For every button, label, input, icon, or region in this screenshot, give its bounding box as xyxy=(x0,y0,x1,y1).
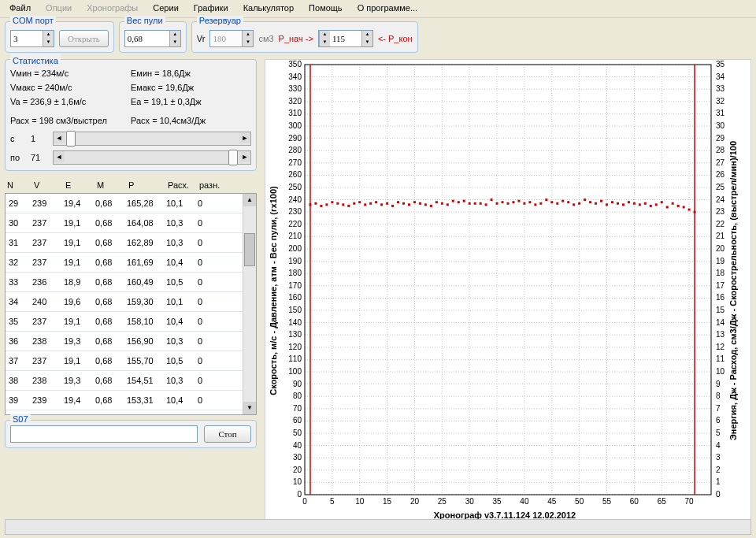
spin-down-icon[interactable]: ▼ xyxy=(169,39,180,46)
table-row[interactable]: 3223719,10,68161,6910,40 xyxy=(6,253,256,273)
menu-charts[interactable]: Графики xyxy=(187,2,235,14)
spin-up-icon[interactable]: ▲ xyxy=(361,31,372,39)
group-stats: Статистика Vмин = 234м/сEмин = 18,6Дж Vм… xyxy=(5,59,257,171)
table-row[interactable]: 3424019,60,68159,3010,10 xyxy=(6,292,256,312)
svg-rect-169 xyxy=(463,200,465,202)
com-port-spin[interactable]: ▲▼ xyxy=(10,30,54,47)
com-port-input[interactable] xyxy=(11,31,43,46)
svg-rect-190 xyxy=(578,202,580,205)
svg-rect-178 xyxy=(512,201,514,203)
chart-panel[interactable]: 0102030405060708090100110120130140150160… xyxy=(265,59,751,522)
svg-text:35: 35 xyxy=(492,497,502,506)
spin-down-icon[interactable]: ▼ xyxy=(361,39,372,46)
th-m[interactable]: M xyxy=(94,179,126,191)
scroll-up-icon[interactable]: ▲ xyxy=(243,194,256,206)
table-row[interactable]: 3823819,30,68154,5110,30 xyxy=(6,371,256,391)
bullet-weight-input[interactable] xyxy=(125,31,169,46)
th-e[interactable]: E xyxy=(63,179,94,191)
table-row[interactable]: 3323618,90,68160,4910,50 xyxy=(6,273,256,292)
cell-e: 18,9 xyxy=(64,277,95,287)
cell-v: 239 xyxy=(32,199,64,208)
stat-vmax: Vмакс = 240м/с xyxy=(10,80,131,95)
svg-text:10: 10 xyxy=(716,367,725,376)
table-row[interactable]: 3023719,10,68164,0810,30 xyxy=(6,213,256,233)
slider-right-icon[interactable]: ► xyxy=(239,151,250,162)
svg-text:19: 19 xyxy=(716,257,725,265)
slider-to[interactable]: ◄ ► xyxy=(53,150,251,165)
svg-text:29: 29 xyxy=(716,134,725,143)
svg-text:20: 20 xyxy=(410,497,420,506)
vr-label: Vr xyxy=(197,34,206,43)
slider-right-icon[interactable]: ► xyxy=(239,132,250,143)
svg-rect-195 xyxy=(606,203,608,206)
cell-p: 160,49 xyxy=(127,277,166,287)
spin-down-icon[interactable]: ▼ xyxy=(242,39,253,46)
spin-up-icon[interactable]: ▲ xyxy=(242,31,253,39)
th-p[interactable]: P xyxy=(126,179,165,191)
p-start-input[interactable] xyxy=(330,31,361,46)
p-start-label: Р_нач -> xyxy=(279,34,313,43)
svg-rect-207 xyxy=(672,202,674,205)
th-v[interactable]: V xyxy=(32,179,63,191)
svg-rect-145 xyxy=(331,201,333,203)
stop-button[interactable]: Стоп xyxy=(204,425,251,443)
svg-text:25: 25 xyxy=(438,497,447,506)
table-row[interactable]: 3623819,30,68156,9010,30 xyxy=(6,332,256,351)
stat-emax: Eмакс = 19,6Дж xyxy=(131,80,251,95)
open-button[interactable]: Открыть xyxy=(59,30,109,47)
menu-file[interactable]: Файл xyxy=(3,2,37,14)
th-r[interactable]: Расх. xyxy=(165,179,197,191)
table-row[interactable]: 3723719,10,68155,7010,50 xyxy=(6,351,256,371)
svg-rect-157 xyxy=(397,201,399,203)
spin-up-icon[interactable]: ▲ xyxy=(319,31,330,39)
spin-down-icon[interactable]: ▼ xyxy=(43,39,54,46)
table-row[interactable]: 3923919,40,68153,3110,40 xyxy=(6,391,256,410)
svg-rect-151 xyxy=(364,203,366,206)
th-d[interactable]: разн. xyxy=(197,179,228,191)
menu-about[interactable]: О программе... xyxy=(351,2,424,14)
vertical-scrollbar[interactable]: ▲ ▼ xyxy=(243,194,256,414)
slider-thumb[interactable] xyxy=(66,131,76,147)
spin-up-icon[interactable]: ▲ xyxy=(43,31,54,39)
table-body[interactable]: 2923919,40,68165,2810,103023719,10,68164… xyxy=(5,193,257,415)
menu-options[interactable]: Опции xyxy=(39,2,78,14)
svg-rect-148 xyxy=(347,205,350,207)
th-n[interactable]: N xyxy=(5,179,32,191)
menu-help[interactable]: Помощь xyxy=(302,2,349,14)
cell-m: 0,68 xyxy=(95,238,127,247)
svg-rect-184 xyxy=(545,199,547,201)
svg-text:15: 15 xyxy=(716,306,725,314)
spin-down-icon[interactable]: ▼ xyxy=(319,39,330,46)
p-start-spin[interactable]: ▲▼ ▲▼ xyxy=(318,30,373,47)
cell-d: 0 xyxy=(198,277,229,287)
table-row[interactable]: 3523719,10,68158,1010,40 xyxy=(6,312,256,332)
cell-n: 36 xyxy=(6,336,32,346)
spin-up-icon[interactable]: ▲ xyxy=(169,31,180,39)
bullet-weight-spin[interactable]: ▲▼ xyxy=(124,30,181,47)
s07-input[interactable] xyxy=(10,425,198,443)
table-row[interactable]: 2923919,40,68165,2810,10 xyxy=(6,194,256,213)
cell-m: 0,68 xyxy=(95,317,127,326)
cell-e: 19,1 xyxy=(64,238,95,247)
slider-thumb[interactable] xyxy=(228,150,238,165)
svg-text:120: 120 xyxy=(288,343,302,351)
slider-left-icon[interactable]: ◄ xyxy=(54,132,65,143)
scroll-thumb[interactable] xyxy=(244,233,255,266)
cell-m: 0,68 xyxy=(95,258,127,267)
cell-r: 10,1 xyxy=(166,199,198,208)
vr-spin[interactable]: ▲▼ xyxy=(209,30,254,47)
cell-e: 19,4 xyxy=(64,199,95,208)
slider-from[interactable]: ◄ ► xyxy=(53,132,251,146)
svg-text:30: 30 xyxy=(293,453,302,462)
cell-n: 34 xyxy=(6,297,32,306)
cell-n: 31 xyxy=(6,238,32,247)
menu-calc[interactable]: Калькулятор xyxy=(237,2,300,14)
scroll-down-icon[interactable]: ▼ xyxy=(243,402,256,414)
cell-r: 10,1 xyxy=(166,297,198,306)
menu-chrono[interactable]: Хронографы xyxy=(80,2,144,14)
cell-p: 154,51 xyxy=(127,376,166,385)
table-row[interactable]: 3123719,10,68162,8910,30 xyxy=(6,233,256,253)
slider-left-icon[interactable]: ◄ xyxy=(54,151,65,162)
menu-series[interactable]: Серии xyxy=(146,2,184,14)
svg-text:0: 0 xyxy=(302,497,307,506)
